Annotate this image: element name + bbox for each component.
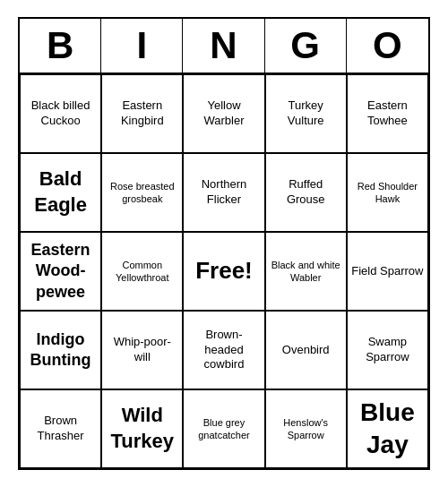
- bingo-grid: Black billed CuckooEastern KingbirdYello…: [20, 74, 428, 468]
- bingo-cell-4: Eastern Towhee: [347, 74, 428, 153]
- bingo-cell-3: Turkey Vulture: [265, 74, 347, 153]
- bingo-cell-0: Black billed Cuckoo: [20, 74, 101, 153]
- bingo-letter-n: N: [183, 19, 264, 73]
- bingo-cell-8: Ruffed Grouse: [265, 153, 347, 232]
- bingo-cell-17: Brown-headed cowbird: [183, 311, 264, 389]
- bingo-letter-o: O: [347, 19, 428, 73]
- bingo-cell-21: Wild Turkey: [101, 389, 183, 468]
- bingo-cell-14: Field Sparrow: [347, 232, 428, 311]
- bingo-cell-13: Black and white Wabler: [265, 232, 347, 311]
- bingo-cell-16: Whip-poor-will: [101, 311, 183, 389]
- bingo-cell-22: Blue grey gnatcatcher: [183, 389, 264, 468]
- bingo-header: BINGO: [20, 19, 428, 74]
- bingo-cell-23: Henslow's Sparrow: [265, 389, 347, 468]
- bingo-cell-19: Swamp Sparrow: [347, 311, 428, 389]
- bingo-cell-9: Red Shoulder Hawk: [347, 153, 428, 232]
- bingo-cell-15: Indigo Bunting: [20, 311, 101, 389]
- bingo-card: BINGO Black billed CuckooEastern Kingbir…: [18, 17, 430, 470]
- bingo-cell-18: Ovenbird: [265, 311, 347, 389]
- bingo-cell-2: Yellow Warbler: [183, 74, 264, 153]
- bingo-letter-b: B: [20, 19, 101, 73]
- bingo-letter-g: G: [265, 19, 347, 73]
- bingo-cell-11: Common Yellowthroat: [101, 232, 183, 311]
- bingo-cell-7: Northern Flicker: [183, 153, 264, 232]
- bingo-cell-1: Eastern Kingbird: [101, 74, 183, 153]
- bingo-cell-5: Bald Eagle: [20, 153, 101, 232]
- bingo-cell-10: Eastern Wood-pewee: [20, 232, 101, 311]
- bingo-letter-i: I: [101, 19, 183, 73]
- bingo-cell-24: Blue Jay: [347, 389, 428, 468]
- bingo-cell-12: Free!: [183, 232, 264, 311]
- bingo-cell-20: Brown Thrasher: [20, 389, 101, 468]
- bingo-cell-6: Rose breasted grosbeak: [101, 153, 183, 232]
